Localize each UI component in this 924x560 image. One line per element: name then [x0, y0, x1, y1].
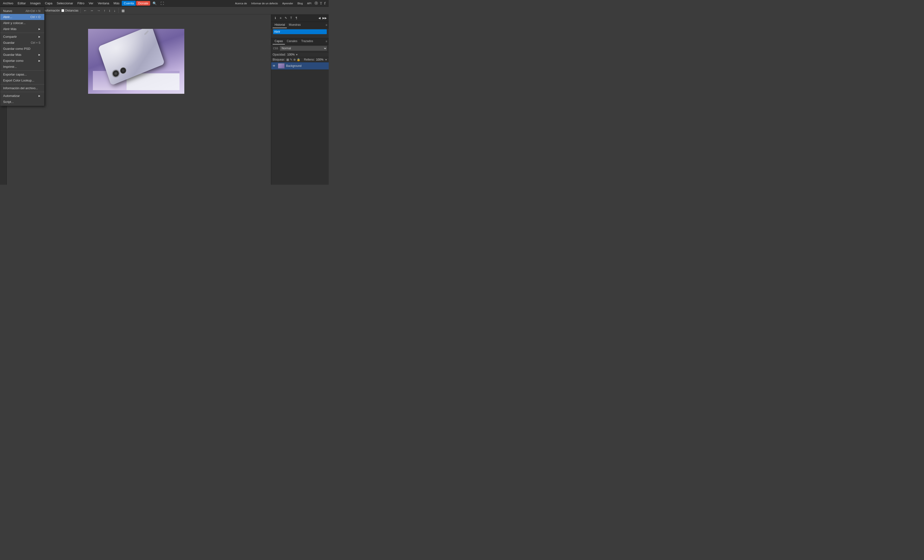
imprimir-label: Imprimir... [3, 65, 17, 69]
distribute-icon[interactable]: ▦ [120, 8, 126, 13]
opacity-label: Opacidad: [273, 53, 286, 56]
menu-donate[interactable]: Donate [136, 1, 150, 6]
guardar-psd-label: Guardar como PSD [3, 47, 30, 51]
paragraph-icon[interactable]: ¶ [294, 15, 299, 21]
brush-panel-icon[interactable]: ✎ [283, 15, 288, 21]
menu-guardar-psd[interactable]: Guardar como PSD [0, 46, 44, 52]
menu-export-color[interactable]: Export Color Lookup... [0, 78, 44, 84]
guardar-shortcut: Ctrl + S [31, 41, 40, 45]
menu-informacion[interactable]: Información del archivo... [0, 85, 44, 91]
fill-arrow[interactable]: ▼ [325, 58, 327, 61]
tab-canales[interactable]: Canales [285, 38, 299, 45]
menu-script[interactable]: Script... [0, 99, 44, 105]
abrir-label: Abrir... [3, 15, 12, 19]
history-panel: Historial Muestras ≡ Abrir [271, 22, 329, 38]
menu-abrir-colocar[interactable]: Abrir y colocar... [0, 20, 44, 26]
main-layout: ❐ ▯ ★ ⌕ ✏ T ¶ ○ ⌨ [0, 14, 329, 185]
reddit-icon[interactable]: Ⓡ [315, 1, 318, 6]
menu-informar[interactable]: Informar de un defecto [250, 1, 279, 5]
layer-eye-background[interactable]: 👁 [273, 64, 276, 67]
fullscreen-icon[interactable]: ⛶ [159, 1, 165, 6]
canvas-image: oppo [88, 29, 184, 94]
menu-archivo[interactable]: Archivo [1, 1, 15, 6]
exportar-como-label: Exportar como [3, 59, 24, 63]
menu-filtro[interactable]: Filtro [75, 1, 86, 6]
lock-position-icon[interactable]: ⊕ [293, 58, 296, 61]
abrir-colocar-label: Abrir y colocar... [3, 21, 26, 25]
opacity-arrow[interactable]: ▼ [296, 53, 298, 56]
opacity-row: Opacidad: 100% ▼ [271, 52, 329, 57]
abrir-mas-arrow: ▶ [39, 28, 40, 30]
lock-all-icon[interactable]: 🔒 [297, 58, 300, 61]
export-color-label: Export Color Lookup... [3, 79, 34, 82]
layer-background[interactable]: 👁 Background [271, 62, 329, 70]
nuevo-shortcut: Alt+Ctrl + N [26, 9, 40, 13]
history-tabs: Historial Muestras ≡ [271, 22, 329, 28]
menu-icons: 🔍 ⛶ [152, 1, 165, 6]
history-item-abrir[interactable]: Abrir [273, 29, 327, 34]
layers-menu-icon[interactable]: ≡ [326, 40, 327, 43]
menu-automatizar[interactable]: Automatizar ▶ [0, 93, 44, 99]
tab-capas[interactable]: Capas [273, 38, 285, 45]
collapse-left-icon[interactable]: ◀ [316, 15, 322, 21]
menu-bar: Archivo Editar Imagen Capa Seleccionar F… [0, 0, 329, 7]
menu-api[interactable]: API [306, 1, 313, 5]
text-panel-icon[interactable]: T [288, 15, 294, 21]
align-center-v-icon[interactable]: ↕ [108, 8, 111, 13]
distances-checkbox[interactable] [62, 9, 64, 12]
info-icon[interactable]: ℹ [273, 15, 278, 21]
menu-abrir-mas[interactable]: Abrir Más ▶ [0, 26, 44, 32]
collapse-right-icon[interactable]: ▶▶ [322, 15, 327, 21]
twitter-icon[interactable]: 𝕋 [320, 1, 322, 5]
menu-exportar-como[interactable]: Exportar como ▶ [0, 58, 44, 64]
lock-row: Bloquear: ▦ ✎ ⊕ 🔒 Relleno: 100% ▼ [271, 57, 329, 62]
align-bottom-icon[interactable]: ↓ [113, 8, 117, 13]
search-icon[interactable]: 🔍 [152, 1, 158, 6]
layer-name-background: Background [286, 64, 302, 67]
abrir-shortcut: Ctrl + O [30, 15, 40, 19]
menu-capa[interactable]: Capa [43, 1, 54, 6]
tab-historial[interactable]: Historial [273, 22, 287, 28]
css-badge[interactable]: CSS [273, 46, 279, 50]
menu-blog[interactable]: Blog [296, 1, 304, 5]
panels-icon[interactable]: ≡ [278, 15, 283, 21]
align-center-h-icon[interactable]: ↔ [89, 8, 94, 13]
align-top-icon[interactable]: ↑ [103, 8, 106, 13]
menu-social-links: Acerca de Informar de un defecto Aprende… [234, 1, 328, 6]
canvas-area: oppo [7, 14, 271, 185]
align-left-icon[interactable]: ← [82, 8, 88, 13]
blend-mode-select[interactable]: Normal Disolver Oscurecer Multiplicar [280, 46, 327, 51]
menu-ver[interactable]: Ver [87, 1, 96, 6]
menu-exportar-capas[interactable]: Exportar capas... [0, 72, 44, 78]
nuevo-label: Nuevo [3, 9, 12, 13]
menu-guardar[interactable]: Guardar Ctrl + S [0, 40, 44, 46]
exportar-capas-label: Exportar capas... [3, 73, 27, 76]
menu-imagen[interactable]: Imagen [28, 1, 42, 6]
menu-aprender[interactable]: Aprender [281, 1, 294, 5]
menu-acercade[interactable]: Acerca de [234, 1, 248, 5]
lock-brush-icon[interactable]: ✎ [290, 58, 292, 61]
menu-compartir[interactable]: Compartir ▶ [0, 34, 44, 40]
history-menu-icon[interactable]: ≡ [326, 23, 327, 27]
compartir-label: Compartir [3, 35, 17, 39]
lock-icons-group: ▦ ✎ ⊕ 🔒 [286, 58, 300, 61]
menu-mas[interactable]: Más [112, 1, 122, 6]
tab-trazados[interactable]: Trazados [299, 38, 315, 45]
menu-abrir[interactable]: Abrir... Ctrl + O [0, 14, 44, 20]
blend-mode-row: CSS Normal Disolver Oscurecer Multiplica… [271, 45, 329, 52]
dropdown-sep-4 [0, 92, 44, 92]
menu-seleccionar[interactable]: Seleccionar [55, 1, 75, 6]
menu-imprimir[interactable]: Imprimir... [0, 64, 44, 70]
align-right-icon[interactable]: → [96, 8, 101, 13]
tab-muestras[interactable]: Muestras [287, 22, 303, 28]
fill-value[interactable]: 100% [316, 58, 323, 61]
menu-guardar-mas[interactable]: Guardar Más ▶ [0, 52, 44, 58]
facebook-icon[interactable]: 𝕗 [324, 1, 326, 5]
lock-pixels-icon[interactable]: ▦ [286, 58, 289, 61]
menu-ventana[interactable]: Ventana [96, 1, 111, 6]
menu-nuevo[interactable]: Nuevo Alt+Ctrl + N [0, 8, 44, 14]
layers-panel: Capas Canales Trazados ≡ CSS Normal Diso… [271, 38, 329, 185]
menu-editar[interactable]: Editar [16, 1, 28, 6]
opacity-value[interactable]: 100% [287, 53, 295, 56]
menu-cuenta[interactable]: Cuenta [122, 1, 136, 6]
